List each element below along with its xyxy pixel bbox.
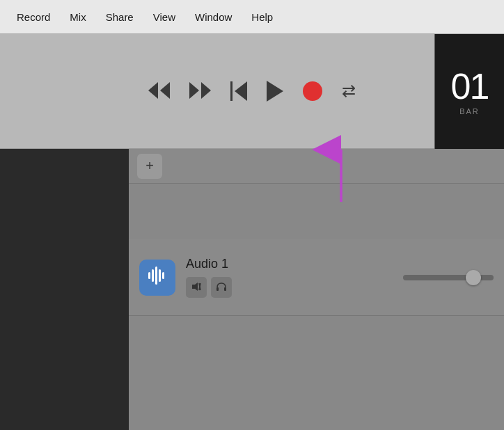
bar-number: 01: [451, 68, 489, 104]
rewind-button[interactable]: [148, 82, 170, 101]
menu-help[interactable]: Help: [242, 7, 283, 27]
svg-rect-3: [152, 269, 154, 282]
transport-bar: ⇄ 01 BAR: [0, 34, 504, 149]
svg-rect-4: [155, 266, 157, 285]
fastforward-icon: [189, 82, 211, 101]
svg-rect-10: [216, 287, 219, 291]
track-empty-space: [129, 184, 504, 239]
svg-rect-5: [159, 269, 161, 282]
display-panel: 01 BAR: [434, 34, 504, 149]
svg-rect-11: [224, 287, 226, 291]
main-area: + Audio 1: [0, 149, 504, 430]
track-header-bar: +: [129, 149, 504, 184]
svg-marker-7: [192, 282, 198, 291]
track-volume-area: [403, 275, 494, 280]
waveform-icon: [147, 265, 168, 290]
bar-label: BAR: [459, 107, 480, 116]
transport-controls: ⇄: [148, 81, 356, 102]
volume-slider[interactable]: [403, 275, 494, 280]
track-controls: [186, 277, 232, 298]
headphone-icon: [216, 282, 227, 294]
skipstart-button[interactable]: [230, 81, 247, 101]
menu-bar: Record Mix Share View Window Help: [0, 0, 504, 34]
track-name: Audio 1: [186, 257, 232, 271]
track-info: Audio 1: [186, 257, 232, 298]
svg-rect-2: [148, 272, 150, 279]
menu-share[interactable]: Share: [96, 7, 143, 27]
menu-mix[interactable]: Mix: [60, 7, 95, 27]
below-track-space: [129, 316, 504, 430]
skipstart-icon: [230, 81, 247, 101]
mute-button[interactable]: [186, 277, 207, 298]
track-row: Audio 1: [129, 239, 504, 316]
rewind-icon: [148, 82, 170, 101]
volume-knob[interactable]: [466, 270, 481, 285]
svg-rect-6: [162, 272, 164, 279]
left-sidebar: [0, 149, 129, 430]
menu-window[interactable]: Window: [185, 7, 242, 27]
loop-button[interactable]: ⇄: [342, 83, 356, 99]
play-button[interactable]: [267, 81, 283, 102]
record-button[interactable]: [303, 81, 322, 101]
headphone-button[interactable]: [211, 277, 232, 298]
add-track-button[interactable]: +: [137, 154, 162, 179]
mute-icon: [191, 282, 201, 294]
record-icon: [303, 81, 322, 101]
menu-record[interactable]: Record: [7, 7, 60, 27]
fastforward-button[interactable]: [189, 82, 211, 101]
track-area: + Audio 1: [129, 149, 504, 430]
loop-icon: ⇄: [342, 83, 356, 99]
track-icon: [139, 260, 175, 296]
plus-icon: +: [145, 158, 154, 174]
play-icon: [267, 81, 283, 102]
menu-view[interactable]: View: [143, 7, 185, 27]
